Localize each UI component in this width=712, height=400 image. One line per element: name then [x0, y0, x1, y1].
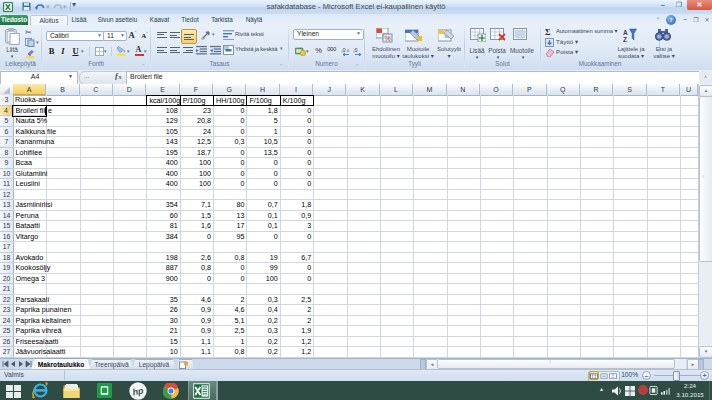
svg-text:%: %	[385, 35, 391, 42]
svg-text:Z: Z	[623, 36, 627, 42]
svg-text:,0: ,0	[353, 47, 358, 53]
svg-text:,0: ,0	[341, 47, 346, 53]
svg-text:0: 0	[347, 48, 350, 53]
svg-text:A: A	[623, 29, 628, 36]
